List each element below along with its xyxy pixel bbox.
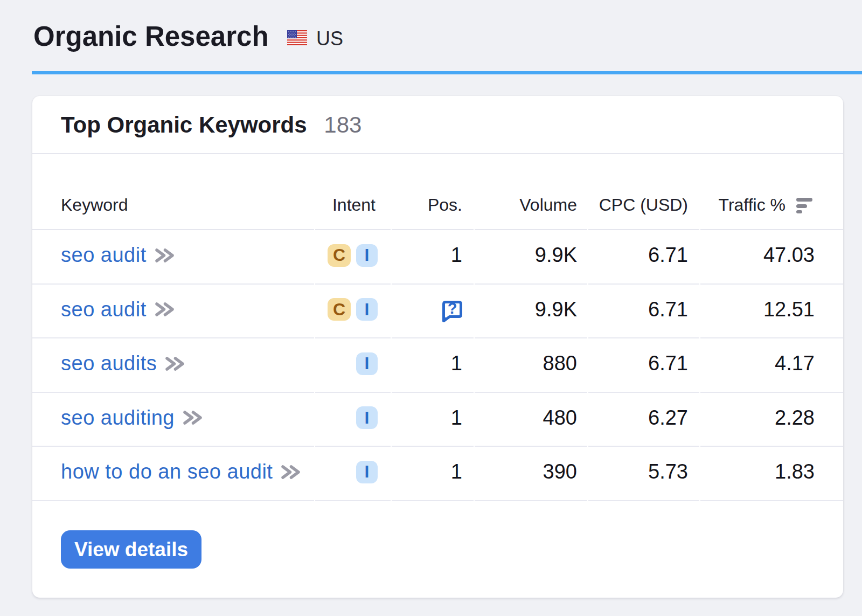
svg-text:?: ? <box>448 301 457 317</box>
